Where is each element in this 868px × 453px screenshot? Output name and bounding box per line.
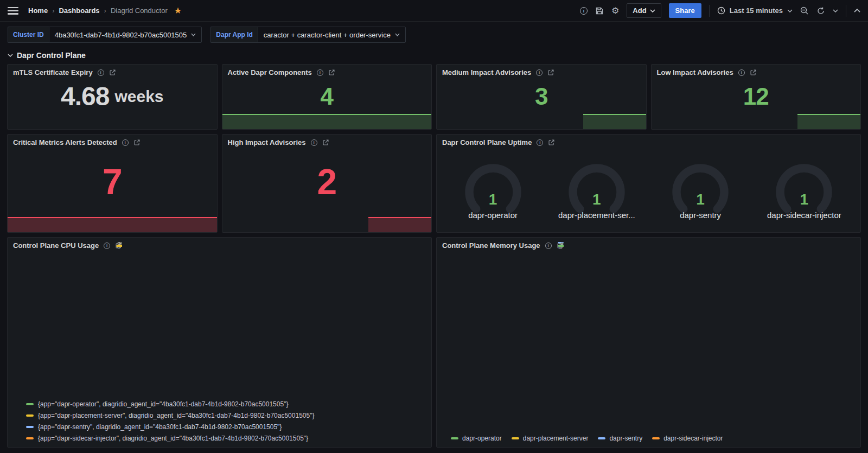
panel-title[interactable]: Dapr Control Plane Uptime — [442, 138, 532, 146]
info-icon[interactable]: i — [545, 243, 552, 249]
memory-chart-plot[interactable] — [437, 253, 852, 422]
info-icon[interactable]: i — [122, 139, 129, 146]
gauge-label: dapr-operator — [442, 210, 545, 220]
chevron-down-icon — [395, 33, 400, 36]
panel-title[interactable]: Control Plane Memory Usage — [442, 241, 540, 250]
legend-color-dash — [26, 403, 34, 405]
refresh-interval-dropdown[interactable] — [833, 9, 838, 12]
legend-item[interactable]: {app="dapr-sentry", diagridio_agent_id="… — [26, 421, 431, 432]
add-button[interactable]: Add — [627, 3, 661, 18]
collapse-topbar-icon[interactable] — [854, 9, 860, 12]
chevron-down-icon — [650, 9, 655, 12]
breadcrumb-dashboards[interactable]: Dashboards — [59, 7, 99, 15]
external-link-icon[interactable]: 0.0000 Cores0.0005 Cores0.0010 Cores0.00… — [115, 242, 122, 249]
info-icon[interactable]: i — [104, 243, 110, 249]
panel-control-plane-memory-usage: Control Plane Memory Usage i 10.00 MiB12… — [436, 237, 861, 448]
panel-title[interactable]: mTLS Certificate Expiry — [13, 68, 93, 76]
cluster-id-dropdown[interactable]: 4ba30fc1-dab7-4b1d-9802-b70ac5001505 — [49, 27, 202, 43]
save-icon[interactable] — [595, 7, 604, 15]
variable-filters: Cluster ID 4ba30fc1-dab7-4b1d-9802-b70ac… — [0, 22, 868, 48]
external-link-icon[interactable] — [547, 69, 554, 76]
external-link-icon[interactable]: 10.00 MiB12.00 MiB14.00 MiB16.00 MiB18.0… — [557, 242, 564, 249]
legend-color-dash — [512, 437, 519, 439]
info-icon[interactable]: i — [98, 69, 104, 76]
legend-label[interactable]: dapr-placement-server — [523, 435, 589, 442]
stat-sparkline-bar — [583, 114, 646, 129]
refresh-icon[interactable] — [816, 7, 825, 15]
info-icon[interactable]: i — [536, 69, 542, 76]
panel-title[interactable]: Critical Metrics Alerts Detected — [13, 138, 117, 146]
legend-label[interactable]: dapr-sentry — [609, 435, 642, 442]
legend-label[interactable]: {app="dapr-sentry", diagridio_agent_id="… — [38, 423, 282, 431]
panel-control-plane-cpu-usage: Control Plane CPU Usage i 0.0000 Cores0.… — [7, 237, 432, 448]
panel-title[interactable]: Active Dapr Components — [228, 68, 312, 76]
gauge-value: 1 — [752, 191, 856, 208]
cpu-chart[interactable] — [8, 251, 431, 396]
external-link-icon[interactable] — [322, 139, 329, 146]
external-link-icon[interactable] — [133, 139, 141, 146]
favorite-star-icon[interactable]: ★ — [174, 5, 182, 16]
legend-label[interactable]: dapr-sidecar-injector — [663, 435, 723, 442]
breadcrumb: Home › Dashboards › Diagrid Conductor ★ — [28, 5, 182, 16]
info-icon[interactable]: i — [537, 139, 543, 146]
breadcrumb-separator: › — [52, 7, 54, 15]
chevron-down-icon — [787, 9, 793, 12]
zoom-out-icon[interactable] — [800, 7, 809, 15]
settings-gear-icon[interactable]: ⚙ — [611, 7, 619, 15]
panel-title[interactable]: Medium Impact Advisories — [442, 68, 531, 76]
legend-item[interactable]: dapr-sidecar-injector — [652, 433, 723, 444]
share-button[interactable]: Share — [669, 3, 701, 18]
dashboard-grid: mTLS Certificate Expiryi4.68weeks Active… — [0, 64, 868, 448]
legend-color-dash — [451, 437, 458, 439]
stat-sparkline-bar — [797, 114, 860, 129]
external-link-icon[interactable] — [328, 69, 335, 76]
legend-item[interactable]: {app="dapr-sidecar-injector", diagridio_… — [26, 432, 431, 444]
legend-item[interactable]: {app="dapr-operator", diagridio_agent_id… — [26, 398, 431, 410]
dapr-app-id-label: Dapr App Id — [210, 27, 258, 43]
memory-chart[interactable] — [437, 251, 860, 431]
dapr-app-id-dropdown[interactable]: caractor + caractor-client + order-servi… — [258, 27, 406, 43]
external-link-icon[interactable] — [548, 139, 555, 146]
panel-title[interactable]: Control Plane CPU Usage — [13, 241, 99, 250]
dashboard-insights-icon[interactable]: i — [580, 7, 588, 15]
legend-item[interactable]: {app="dapr-placement-server", diagridio_… — [26, 410, 431, 421]
dapr-app-id-filter: Dapr App Id caractor + caractor-client +… — [210, 27, 406, 43]
info-icon[interactable]: i — [311, 139, 317, 146]
info-icon[interactable]: i — [317, 69, 323, 76]
stat-number: 4.68 — [61, 81, 109, 111]
menu-icon[interactable] — [8, 7, 18, 15]
cluster-id-label: Cluster ID — [8, 27, 49, 43]
legend-label[interactable]: {app="dapr-sidecar-injector", diagridio_… — [38, 435, 308, 442]
gauge-label: dapr-placement-ser... — [545, 210, 648, 220]
breadcrumb-home[interactable]: Home — [28, 7, 48, 15]
panel-critical-metrics-alerts: Critical Metrics Alerts Detectedi7 — [7, 134, 218, 233]
gauge-value: 1 — [649, 191, 752, 208]
legend-label[interactable]: {app="dapr-operator", diagridio_agent_id… — [38, 400, 288, 408]
panel-title[interactable]: Low Impact Advisories — [657, 68, 733, 76]
gauge-dapr-sidecar-injector: 1dapr-sidecar-injector — [752, 157, 856, 220]
gauge-value: 1 — [442, 191, 545, 208]
legend-label[interactable]: dapr-operator — [462, 435, 502, 442]
external-link-icon[interactable] — [750, 69, 757, 76]
legend-label[interactable]: {app="dapr-placement-server", diagridio_… — [38, 412, 314, 419]
legend-color-dash — [26, 414, 34, 417]
legend-item[interactable]: dapr-placement-server — [512, 433, 589, 444]
stat-sparkline-bar — [222, 114, 432, 129]
section-row-toggle[interactable]: Dapr Control Plane — [0, 48, 868, 64]
stat-number: 3 — [535, 83, 547, 110]
legend-item[interactable]: dapr-sentry — [598, 433, 642, 444]
external-link-icon[interactable] — [109, 69, 116, 76]
panel-title[interactable]: High Impact Advisories — [228, 138, 306, 146]
cpu-chart-plot[interactable] — [8, 253, 423, 393]
gauge-label: dapr-sentry — [649, 210, 752, 220]
stat-number: 4 — [321, 83, 333, 110]
time-range-picker[interactable]: Last 15 minutes — [717, 7, 793, 15]
panel-medium-impact-advisories: Medium Impact Advisoriesi3 — [436, 64, 647, 130]
divider — [846, 5, 846, 17]
info-icon[interactable]: i — [738, 69, 745, 76]
divider — [709, 5, 710, 17]
memory-chart-legend: dapr-operatordapr-placement-serverdapr-s… — [437, 431, 860, 447]
gauge-dapr-placement-ser: 1dapr-placement-ser... — [545, 157, 648, 220]
legend-item[interactable]: dapr-operator — [451, 433, 502, 444]
stat-number: 7 — [103, 161, 122, 202]
